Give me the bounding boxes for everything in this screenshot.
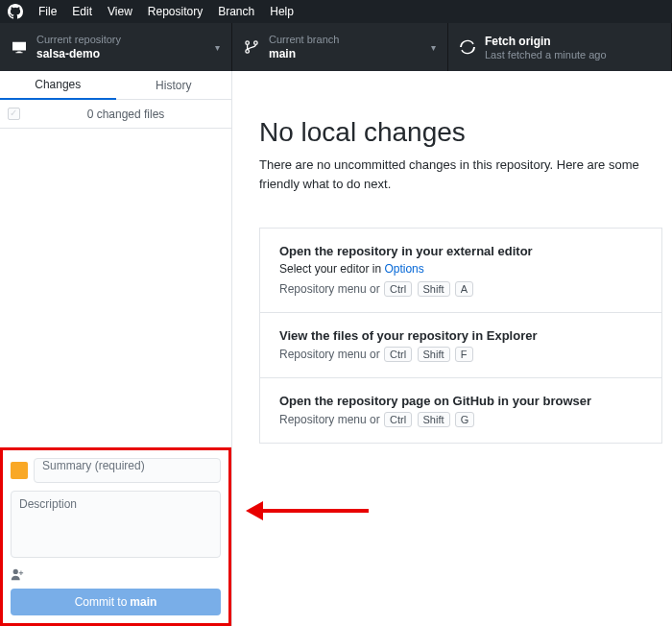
- page-heading: No local changes: [259, 117, 672, 148]
- chevron-down-icon: ▾: [431, 42, 436, 53]
- toolbar: Current repository salsa-demo ▾ Current …: [0, 23, 672, 71]
- summary-input[interactable]: Summary (required): [34, 458, 221, 483]
- annotation-arrow: [246, 501, 369, 520]
- options-link[interactable]: Options: [384, 262, 423, 276]
- menu-view[interactable]: View: [108, 5, 132, 18]
- branch-name: main: [269, 46, 339, 61]
- menu-branch[interactable]: Branch: [218, 5, 254, 18]
- card-shortcut: Repository menu or Ctrl Shift A: [279, 281, 642, 297]
- kbd: Shift: [418, 281, 450, 297]
- fetch-origin-button[interactable]: Fetch origin Last fetched a minute ago: [448, 23, 672, 71]
- card-sub: Select your editor in Options: [279, 262, 642, 276]
- changed-files-count: 0 changed files: [28, 108, 224, 121]
- arrow-head-icon: [246, 501, 263, 520]
- sidebar-tabs: Changes History: [0, 71, 231, 100]
- suggestion-card: View the files of your repository in Exp…: [259, 312, 662, 377]
- kbd: F: [455, 347, 473, 362]
- page-subtitle: There are no uncommitted changes in this…: [259, 156, 662, 193]
- suggestion-card: Open the repository in your external edi…: [259, 228, 662, 312]
- card-shortcut: Repository menu or Ctrl Shift G: [279, 412, 642, 427]
- menu-bar: File Edit View Repository Branch Help: [0, 0, 672, 23]
- menu-edit[interactable]: Edit: [72, 5, 92, 18]
- main-panel: No local changes There are no uncommitte…: [232, 71, 672, 626]
- tab-changes[interactable]: Changes: [0, 71, 116, 100]
- changed-files-header: 0 changed files: [0, 100, 231, 129]
- arrow-line: [263, 509, 369, 513]
- commit-button-prefix: Commit to: [75, 595, 128, 609]
- fetch-title: Fetch origin: [485, 34, 607, 49]
- current-repository-dropdown[interactable]: Current repository salsa-demo ▾: [0, 23, 232, 71]
- kbd: G: [455, 412, 475, 427]
- chevron-down-icon: ▾: [215, 42, 220, 53]
- card-title: Open the repository in your external edi…: [279, 244, 642, 258]
- kbd: Shift: [418, 347, 450, 362]
- suggestion-card: Open the repository page on GitHub in yo…: [259, 377, 662, 444]
- select-all-checkbox[interactable]: [8, 108, 20, 120]
- kbd: Shift: [418, 412, 450, 427]
- kbd: Ctrl: [384, 412, 412, 427]
- card-shortcut: Repository menu or Ctrl Shift F: [279, 347, 642, 362]
- fetch-subtitle: Last fetched a minute ago: [485, 49, 607, 60]
- card-title: View the files of your repository in Exp…: [279, 328, 642, 343]
- commit-button-branch: main: [130, 595, 156, 609]
- menu-file[interactable]: File: [38, 5, 57, 18]
- add-coauthor-button[interactable]: [11, 566, 221, 581]
- menu-help[interactable]: Help: [270, 5, 294, 18]
- description-input[interactable]: Description: [11, 491, 221, 558]
- repo-name: salsa-demo: [36, 46, 121, 61]
- sync-icon: [460, 39, 475, 55]
- branch-label: Current branch: [269, 33, 339, 46]
- file-list: [0, 129, 231, 447]
- repo-label: Current repository: [36, 33, 121, 46]
- avatar: [11, 462, 28, 479]
- commit-button[interactable]: Commit to main: [11, 589, 221, 615]
- commit-panel: Summary (required) Description Commit to…: [0, 447, 231, 626]
- sidebar: Changes History 0 changed files Summary …: [0, 71, 232, 626]
- kbd: Ctrl: [384, 347, 412, 362]
- desktop-icon: [12, 39, 27, 55]
- menu-repository[interactable]: Repository: [148, 5, 203, 18]
- tab-history[interactable]: History: [116, 71, 232, 99]
- git-branch-icon: [244, 39, 259, 55]
- kbd: Ctrl: [384, 281, 412, 297]
- current-branch-dropdown[interactable]: Current branch main ▾: [232, 23, 448, 71]
- card-title: Open the repository page on GitHub in yo…: [279, 394, 642, 408]
- kbd: A: [455, 281, 473, 297]
- github-logo-icon: [8, 4, 23, 19]
